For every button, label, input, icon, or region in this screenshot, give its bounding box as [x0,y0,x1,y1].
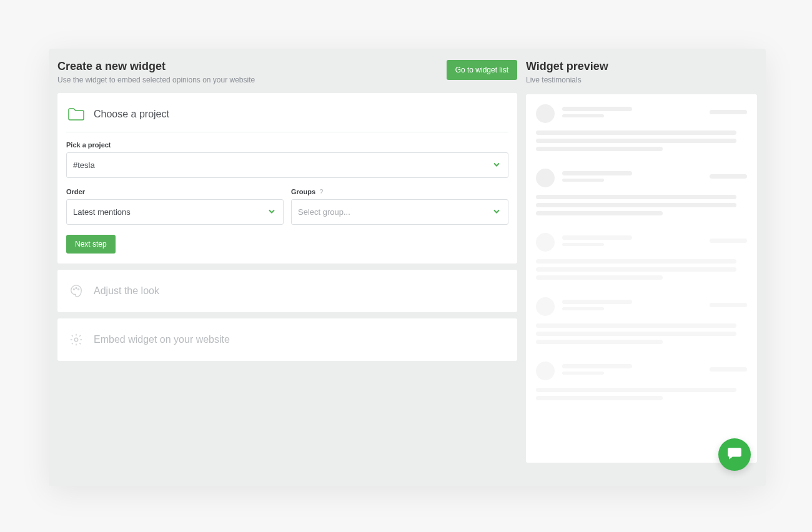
chevron-down-icon [268,207,275,217]
page-title: Create a new widget [57,60,255,73]
testimonial-skeleton [536,169,747,215]
step-header[interactable]: Choose a project [66,103,508,132]
chat-icon [726,445,743,464]
folder-icon [67,106,85,123]
groups-label: Groups ? [291,188,508,195]
svg-point-1 [76,288,77,289]
header-text: Create a new widget Use the widget to em… [57,60,255,84]
preview-subtitle: Live testimonials [526,76,757,84]
step-actions: Next step [66,235,508,254]
testimonial-skeleton [536,362,747,400]
paint-icon [67,282,85,300]
app-window: Create a new widget Use the widget to em… [49,49,766,486]
content: Create a new widget Use the widget to em… [49,49,766,486]
right-column: Widget preview Live testimonials [523,49,766,486]
avatar [536,297,555,316]
next-step-button[interactable]: Next step [66,235,116,254]
project-field: Pick a project #tesla [66,141,508,178]
step-header: Embed widget on your website [66,328,508,351]
step-adjust-look[interactable]: Adjust the look [57,270,517,312]
step-title: Adjust the look [94,285,159,297]
left-column: Create a new widget Use the widget to em… [49,49,523,486]
step-choose-project: Choose a project Pick a project #tesla O… [57,93,517,264]
help-icon[interactable]: ? [319,188,323,195]
avatar [536,169,555,187]
page-subtitle: Use the widget to embed selected opinion… [57,76,255,84]
chat-fab[interactable] [718,438,751,471]
step-embed-widget[interactable]: Embed widget on your website [57,318,517,361]
step-title: Choose a project [94,109,169,120]
order-label: Order [66,188,284,195]
preview-panel [526,94,757,463]
header-row: Create a new widget Use the widget to em… [57,60,517,84]
order-value: Latest mentions [73,207,131,217]
avatar [536,362,555,380]
svg-point-3 [74,338,78,342]
avatar [536,233,555,252]
project-select[interactable]: #tesla [66,152,508,178]
avatar [536,104,555,123]
testimonial-skeleton [536,104,747,151]
preview-title: Widget preview [526,60,757,73]
chevron-down-icon [493,207,500,217]
project-value: #tesla [73,160,95,170]
project-label: Pick a project [66,141,508,149]
chevron-down-icon [493,160,500,170]
groups-field: Groups ? Select group... [291,188,508,225]
gear-icon [67,331,85,348]
testimonial-skeleton [536,233,747,280]
groups-select[interactable]: Select group... [291,199,508,225]
go-to-widget-list-button[interactable]: Go to widget list [447,60,517,80]
order-field: Order Latest mentions [66,188,284,225]
svg-point-0 [73,288,74,290]
order-groups-row: Order Latest mentions Groups ? [66,188,508,225]
step-header: Adjust the look [66,280,508,302]
order-select[interactable]: Latest mentions [66,199,284,225]
step-title: Embed widget on your website [94,334,230,345]
svg-point-2 [78,288,79,290]
testimonial-skeleton [536,297,747,344]
groups-placeholder: Select group... [298,207,350,217]
